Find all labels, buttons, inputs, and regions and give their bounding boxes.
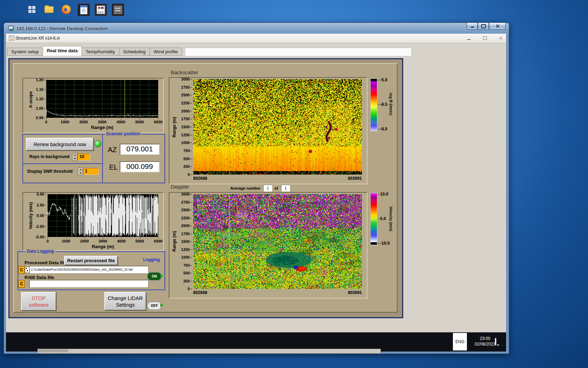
- rdp-close-button[interactable]: [489, 23, 506, 30]
- doppler-yticks: 3000275025002250200017501500125010007505…: [175, 194, 192, 289]
- increment-icon[interactable]: [72, 154, 77, 157]
- folder-icon: [44, 6, 54, 13]
- close-icon: [499, 36, 503, 40]
- start-button-icon[interactable]: [26, 4, 38, 15]
- language-indicator[interactable]: ENG: [453, 333, 467, 350]
- el-value: 000.099: [120, 161, 160, 172]
- document-icon: [80, 5, 88, 14]
- change-line2: Settings: [116, 301, 135, 308]
- stop-line1: STOP: [31, 295, 46, 301]
- tab-strip-filler: [185, 48, 412, 56]
- path-type-icon: [25, 266, 29, 273]
- backscatter-x-start: 802668: [193, 176, 207, 181]
- el-label: EL: [109, 163, 118, 171]
- raw-logging-toggle[interactable]: OFF: [147, 301, 162, 310]
- close-icon: [496, 24, 499, 28]
- average-count-field[interactable]: 1: [281, 185, 290, 192]
- velocity-yticks: 5.002.500.00-2.50-5.00: [32, 194, 46, 237]
- backscatter-colorbar: [370, 79, 377, 132]
- rdp-maximize-button[interactable]: [478, 23, 489, 30]
- desktop: 192.168.0.122 - Remote Desktop Connectio…: [0, 0, 588, 368]
- az-value: 079.001: [120, 144, 160, 155]
- app-titlebar: [6, 34, 506, 43]
- firefox-icon[interactable]: [60, 4, 72, 15]
- decrement-icon[interactable]: [72, 157, 77, 161]
- tab-real-time-data[interactable]: Real time data: [43, 46, 82, 56]
- app-restore-button[interactable]: [482, 35, 488, 41]
- doppler-x-start: 802668: [193, 290, 207, 295]
- processed-drive-selector[interactable]: C: [18, 266, 25, 274]
- rays-value-field[interactable]: 10: [77, 154, 90, 161]
- tab-wind-profile[interactable]: Wind profile: [150, 48, 182, 56]
- rays-spinner[interactable]: [72, 153, 77, 161]
- clock-time: 23:00: [469, 336, 501, 341]
- average-number-label: Average number: [230, 186, 260, 190]
- stop-software-button[interactable]: STOP software: [21, 292, 56, 311]
- app-vi-icon: [9, 35, 14, 41]
- background-led-indicator: [94, 141, 101, 147]
- tab-temp-humidity[interactable]: Temp/humidity: [82, 48, 119, 56]
- doppler-title: Doppler: [171, 184, 189, 190]
- scan-scheduler-icon[interactable]: [112, 4, 124, 16]
- doppler-colorbar-title: Velocity (m/s): [388, 197, 393, 241]
- data-logging-title: Data Logging: [26, 249, 55, 254]
- increment-icon[interactable]: [78, 168, 83, 171]
- az-label: AZ: [108, 146, 117, 154]
- file-explorer-icon[interactable]: [43, 4, 55, 15]
- raw-path-input[interactable]: [29, 280, 148, 287]
- notification-center-button[interactable]: [495, 339, 496, 345]
- logging-label: Logging: [142, 257, 161, 262]
- backscatter-title: Backscatter: [171, 69, 198, 75]
- raw-drive-selector[interactable]: C: [18, 280, 25, 288]
- horizontal-scrollbar[interactable]: [37, 349, 381, 354]
- decrement-icon[interactable]: [78, 171, 83, 175]
- windows-icon: [28, 6, 35, 13]
- restart-processed-file-button[interactable]: Restart processed file: [64, 256, 118, 265]
- app-minimize-button[interactable]: [465, 35, 472, 41]
- restore-icon: [483, 36, 487, 40]
- stop-line2: software: [29, 301, 49, 308]
- change-line1: Change LiDAR: [108, 295, 143, 301]
- renew-background-button[interactable]: Renew background now: [26, 138, 94, 151]
- ascope-yticks: 1.201.151.101.050.99: [31, 80, 46, 118]
- backscatter-colorbar-title: log B (/m/sr): [388, 82, 393, 126]
- snr-threshold-label: Display SNR threshold: [27, 169, 72, 174]
- labview-icon: [97, 6, 105, 14]
- maximize-icon: [481, 24, 486, 28]
- velocity-xticks: 0100020003000400050006000: [48, 238, 158, 243]
- scanner-position-title: Scanner position: [105, 131, 141, 136]
- backscatter-x-end: 803691: [348, 176, 362, 181]
- scanner-position-box: [102, 134, 165, 183]
- velocity-xlabel: Range (m): [48, 244, 158, 249]
- processed-path-input[interactable]: C:\Lidar\Data\Proc\2023\202308\20230802\…: [29, 266, 148, 273]
- backscatter-heatmap: [193, 79, 362, 175]
- notification-icon: [495, 338, 496, 345]
- scrollbar-thumb[interactable]: [38, 349, 68, 352]
- tab-scheduling[interactable]: Scheduling: [119, 48, 150, 56]
- backscatter-yticks: 3000275025002250200017501500125010007505…: [175, 79, 192, 175]
- processed-logging-toggle[interactable]: ON: [147, 272, 162, 281]
- rdp-minimize-button[interactable]: [467, 23, 478, 30]
- rdp-computer-icon: [8, 25, 14, 32]
- velocity-plot: [48, 194, 158, 237]
- minimize-icon: [467, 39, 470, 40]
- ascope-xlabel: Range (m): [46, 125, 158, 130]
- rays-in-background-label: Rays in background: [29, 154, 70, 159]
- snr-spinner[interactable]: [78, 168, 83, 175]
- processed-data-file-label: Processed Data file: [24, 260, 66, 265]
- of-label: of: [274, 186, 278, 190]
- minimize-icon: [471, 27, 474, 28]
- ascope-plot: [46, 80, 158, 118]
- labview-app-icon[interactable]: [94, 4, 107, 16]
- browser-icon: [62, 5, 71, 14]
- tab-system-setup[interactable]: System setup: [7, 48, 43, 56]
- change-lidar-settings-button[interactable]: Change LiDAR Settings: [104, 292, 146, 311]
- rdp-window-title: 192.168.0.122 - Remote Desktop Connectio…: [16, 25, 108, 33]
- app-window-title: StreamLine XR v14-6.vi: [15, 36, 60, 41]
- ascope-xticks: 0100020003000400050006000: [46, 118, 158, 124]
- snr-value-field[interactable]: 1: [83, 168, 99, 175]
- average-number-field[interactable]: 1: [263, 185, 272, 192]
- app-close-button[interactable]: [498, 35, 504, 41]
- doppler-x-end: 803691: [348, 290, 362, 295]
- document-app-icon[interactable]: [77, 4, 90, 16]
